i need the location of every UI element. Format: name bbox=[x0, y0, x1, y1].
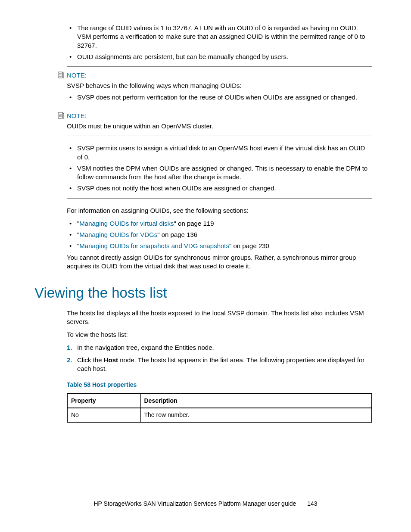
table-row: No The row number. bbox=[67, 408, 372, 422]
crossref-suffix: " on page 119 bbox=[174, 220, 214, 227]
steps-list: In the navigation tree, expand the Entit… bbox=[67, 343, 372, 373]
step-item: In the navigation tree, expand the Entit… bbox=[77, 343, 372, 352]
list-item: SVSP does not perform verification for t… bbox=[77, 93, 372, 102]
divider bbox=[67, 198, 372, 199]
table-header-description: Description bbox=[140, 394, 372, 408]
section-title: Viewing the hosts list bbox=[34, 283, 372, 303]
note-label-text: NOTE: bbox=[67, 112, 87, 119]
note-label: NOTE: bbox=[67, 112, 372, 120]
note-body: OUIDs must be unique within an OpenVMS c… bbox=[67, 122, 372, 131]
page-footer: HP StorageWorks SAN Virtualization Servi… bbox=[0, 500, 411, 508]
table-cell-description: The row number. bbox=[140, 408, 372, 422]
link-managing-ouids-vdgs[interactable]: Managing OUIDs for VDGs bbox=[79, 231, 157, 238]
list-item: SVSP does not notify the host when OUIDs… bbox=[77, 184, 372, 193]
mirror-group-note: You cannot directly assign OUIDs for syn… bbox=[67, 253, 372, 271]
list-item: "Managing OUIDs for snapshots and VDG sn… bbox=[77, 242, 372, 250]
crossref-suffix: " on page 230 bbox=[229, 242, 269, 249]
divider bbox=[67, 136, 372, 136]
note-label-text: NOTE: bbox=[67, 72, 87, 79]
link-managing-ouids-virtual-disks[interactable]: Managing OUIDs for virtual disks bbox=[79, 220, 174, 227]
step-item: Click the Host node. The hosts list appe… bbox=[77, 356, 372, 373]
link-managing-ouids-snapshots[interactable]: Managing OUIDs for snapshots and VDG sna… bbox=[79, 242, 229, 249]
step-text-post: node. The hosts list appears in the list… bbox=[77, 356, 364, 372]
list-item: OUID assignments are persistent, but can… bbox=[77, 53, 372, 61]
note-list: SVSP does not perform verification for t… bbox=[67, 93, 372, 102]
ouid-range-list: The range of OUID values is 1 to 32767. … bbox=[67, 24, 372, 61]
note-label: NOTE: bbox=[67, 71, 372, 80]
list-item: SVSP permits users to assign a virtual d… bbox=[77, 144, 372, 162]
crossref-suffix: " on page 136 bbox=[157, 231, 197, 238]
svsp-behavior-list: SVSP permits users to assign a virtual d… bbox=[67, 144, 372, 193]
crossref-list: "Managing OUIDs for virtual disks" on pa… bbox=[67, 219, 372, 251]
step-text-bold: Host bbox=[104, 356, 118, 364]
footer-title: HP StorageWorks SAN Virtualization Servi… bbox=[93, 500, 296, 507]
crossref-intro: For information on assigning OUIDs, see … bbox=[67, 206, 372, 215]
divider bbox=[67, 107, 372, 107]
table-caption: Table 58 Host properties bbox=[67, 381, 372, 389]
note-icon bbox=[57, 112, 64, 119]
note-icon bbox=[57, 72, 64, 78]
table-header-property: Property bbox=[67, 394, 140, 408]
step-text-pre: Click the bbox=[77, 356, 104, 364]
page-number: 143 bbox=[307, 500, 317, 508]
table-header-row: Property Description bbox=[67, 394, 372, 408]
table-cell-property: No bbox=[67, 408, 140, 422]
list-item: "Managing OUIDs for VDGs" on page 136 bbox=[77, 230, 372, 239]
list-item: "Managing OUIDs for virtual disks" on pa… bbox=[77, 219, 372, 228]
list-item: The range of OUID values is 1 to 32767. … bbox=[77, 24, 372, 50]
section-lead: To view the hosts list: bbox=[67, 330, 372, 339]
list-item: VSM notifies the DPM when OUIDs are assi… bbox=[77, 164, 372, 182]
note-intro: SVSP behaves in the following ways when … bbox=[67, 81, 372, 90]
section-intro: The hosts list displays all the hosts ex… bbox=[67, 309, 372, 327]
divider bbox=[67, 66, 372, 67]
host-properties-table: Property Description No The row number. bbox=[67, 393, 372, 423]
